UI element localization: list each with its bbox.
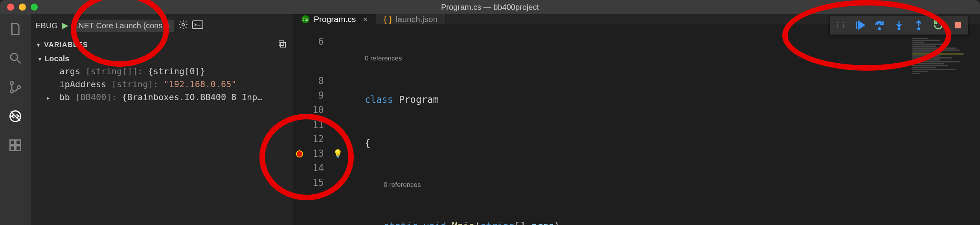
editor-tabbar: C# Program.cs × { } launch.json ⋮⋮	[293, 14, 980, 24]
codelens-references[interactable]: 0 references	[346, 53, 980, 64]
svg-rect-10	[193, 21, 203, 29]
json-file-icon: { }	[384, 14, 392, 24]
svg-text:C#: C#	[302, 17, 309, 22]
tab-label: Program.cs	[314, 15, 356, 24]
svg-point-9	[182, 23, 185, 26]
svg-rect-11	[279, 41, 284, 46]
search-icon[interactable]	[7, 50, 23, 66]
source-control-icon[interactable]	[7, 79, 23, 95]
extensions-icon[interactable]	[7, 137, 23, 153]
csharp-file-icon: C#	[301, 15, 310, 24]
debug-icon[interactable]	[7, 108, 23, 124]
svg-point-0	[11, 53, 18, 60]
breakpoint-current-icon[interactable]	[296, 150, 303, 157]
variables-title: VARIABLES	[44, 41, 88, 49]
minimap[interactable]	[909, 37, 980, 225]
debug-toolbar: EBUG ▶ .NET Core Launch (cons ⇅	[31, 14, 293, 37]
explorer-icon[interactable]	[7, 21, 23, 37]
variable-row[interactable]: args [string[]]: {string[0]}	[31, 65, 293, 78]
collapse-all-icon[interactable]	[278, 39, 287, 51]
codelens-references[interactable]: 0 references	[346, 180, 980, 190]
window-title: Program.cs — bb400project	[0, 3, 980, 12]
window-zoom-button[interactable]	[31, 4, 38, 11]
chevron-down-icon: ▾	[39, 56, 41, 62]
variable-row[interactable]: ▸ bb [BB400]: {Brainboxes.IO.BB400 8 Inp…	[31, 91, 293, 104]
svg-rect-5	[10, 140, 15, 145]
window-close-button[interactable]	[7, 4, 14, 11]
code-editor[interactable]: 6 8 9 10 11 12 13 14 15	[293, 24, 980, 225]
debug-config-label: .NET Core Launch (cons	[76, 21, 163, 30]
svg-point-3	[17, 86, 20, 89]
close-icon[interactable]: ×	[363, 15, 368, 24]
titlebar: Program.cs — bb400project	[0, 0, 980, 14]
debug-label: EBUG	[35, 21, 58, 30]
debug-console-icon[interactable]	[192, 20, 203, 31]
lightbulb-icon[interactable]: 💡	[333, 146, 343, 161]
code-content[interactable]: 0 references class Program { 0 reference…	[346, 24, 980, 225]
chevron-right-icon[interactable]: ▸	[46, 94, 52, 102]
line-number-gutter: 6 8 9 10 11 12 13 14 15	[306, 24, 329, 225]
start-debug-button[interactable]: ▶	[62, 20, 68, 31]
svg-rect-8	[16, 146, 21, 151]
locals-label: Locals	[44, 54, 69, 63]
tab-program-cs[interactable]: C# Program.cs ×	[293, 14, 376, 24]
tab-label: launch.json	[396, 15, 438, 24]
editor-area: C# Program.cs × { } launch.json ⋮⋮	[293, 14, 980, 225]
svg-rect-6	[16, 140, 21, 145]
chevron-down-icon: ▾	[37, 42, 40, 48]
gear-icon[interactable]	[178, 20, 188, 32]
chevron-updown-icon: ⇅	[165, 22, 170, 29]
locals-scope-header[interactable]: ▾ Locals	[31, 53, 293, 65]
tab-launch-json[interactable]: { } launch.json	[376, 14, 446, 24]
window-minimize-button[interactable]	[19, 4, 26, 11]
svg-rect-7	[10, 146, 15, 151]
variable-row[interactable]: ipAddress [string]: "192.168.0.65"	[31, 78, 293, 91]
svg-rect-12	[281, 42, 285, 47]
glyph-gutter: 💡	[329, 24, 346, 225]
debug-config-selector[interactable]: .NET Core Launch (cons ⇅	[72, 20, 175, 32]
activity-bar	[0, 14, 31, 225]
debug-sidebar: EBUG ▶ .NET Core Launch (cons ⇅ ▾ VARIAB…	[31, 14, 293, 225]
svg-point-2	[10, 90, 13, 93]
svg-point-1	[10, 82, 13, 85]
variables-panel-header[interactable]: ▾ VARIABLES	[31, 37, 293, 53]
breakpoint-gutter[interactable]	[293, 24, 306, 225]
